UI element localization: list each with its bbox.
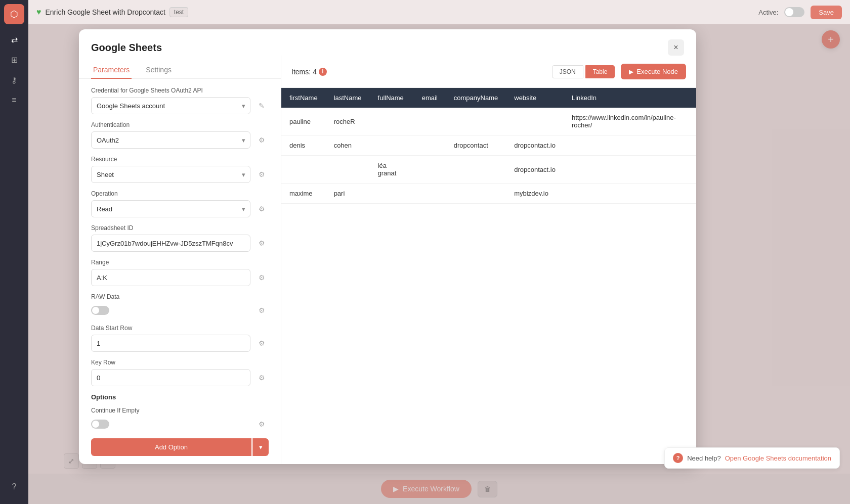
table-cell-firstname: denis [281, 135, 326, 156]
data-start-row-row: ⚙ [91, 335, 269, 352]
range-field-group: Range ⚙ [91, 259, 269, 286]
table-row: maximeparimybizdev.io [281, 184, 696, 204]
right-header: Items: 4 i JSON Table ▶ Execute Node [281, 56, 696, 88]
tab-settings[interactable]: Settings [144, 62, 174, 79]
credential-label: Credential for Google Sheets OAuth2 API [91, 87, 269, 94]
logo-icon: ⬡ [10, 9, 18, 20]
sidebar-logo[interactable]: ⬡ [4, 4, 24, 24]
continue-if-empty-toggle[interactable] [91, 420, 109, 429]
add-option-button[interactable]: Add Option [91, 438, 251, 456]
items-label: Items: [291, 68, 311, 76]
view-toggle: JSON Table [552, 65, 615, 78]
execute-node-label: Execute Node [636, 68, 678, 75]
spreadsheet-id-row: ⚙ [91, 235, 269, 252]
table-row: deniscohendropcontactdropcontact.io [281, 135, 696, 156]
data-table: firstName lastName fullName email compan… [281, 88, 696, 204]
continue-if-empty-gear-button[interactable]: ⚙ [254, 417, 269, 431]
resource-select[interactable]: Sheet [91, 166, 250, 183]
sidebar-item-grid[interactable]: ⊞ [5, 51, 23, 69]
table-cell-website: dropcontact.io [506, 135, 564, 156]
raw-data-gear-button[interactable]: ⚙ [254, 303, 269, 317]
spreadsheet-id-gear-button[interactable]: ⚙ [254, 236, 269, 250]
json-view-button[interactable]: JSON [552, 65, 583, 78]
modal-title: Google Sheets [91, 42, 668, 54]
table-cell-firstname: maxime [281, 184, 326, 204]
items-count: Items: 4 i [291, 68, 327, 76]
credential-select-wrapper: Google Sheets account [91, 97, 250, 114]
col-firstname: firstName [281, 88, 326, 108]
auth-select-wrapper: OAuth2 [91, 131, 250, 149]
range-row: ⚙ [91, 269, 269, 286]
table-cell-email [414, 184, 446, 204]
key-row-input[interactable] [91, 369, 250, 386]
execute-node-button[interactable]: ▶ Execute Node [621, 64, 686, 79]
sidebar-item-list[interactable]: ≡ [5, 91, 23, 109]
resource-gear-button[interactable]: ⚙ [254, 167, 269, 181]
modal-body: Parameters Settings Credential for Googl… [79, 56, 696, 464]
data-start-row-field-group: Data Start Row ⚙ [91, 325, 269, 352]
continue-if-empty-row: ⚙ [91, 417, 269, 431]
table-cell-email [414, 156, 446, 184]
credential-row: Google Sheets account ✎ [91, 97, 269, 114]
right-panel: Items: 4 i JSON Table ▶ Execute Node [281, 56, 696, 464]
resource-row: Sheet ⚙ [91, 166, 269, 183]
tab-parameters[interactable]: Parameters [91, 62, 132, 79]
range-label: Range [91, 259, 269, 266]
col-email: email [414, 88, 446, 108]
operation-select[interactable]: Read [91, 200, 250, 217]
modal-overlay: Google Sheets × Parameters Settings [28, 24, 850, 504]
operation-row: Read ⚙ [91, 200, 269, 217]
spreadsheet-id-input[interactable] [91, 235, 250, 252]
sidebar-item-help[interactable]: ? [5, 478, 23, 496]
auth-row: OAuth2 ⚙ [91, 131, 269, 149]
table-view-button[interactable]: Table [585, 65, 615, 78]
auth-field-group: Authentication OAuth2 ⚙ [91, 121, 269, 149]
topbar-right: Active: Save [758, 6, 842, 19]
add-option-arrow-button[interactable]: ▾ [252, 438, 269, 456]
sidebar-item-workflow[interactable]: ⇄ [5, 30, 23, 49]
active-label: Active: [758, 9, 778, 16]
table-cell-fullname [370, 184, 414, 204]
save-button[interactable]: Save [811, 6, 842, 19]
key-row-field-group: Key Row ⚙ [91, 359, 269, 386]
key-row-gear-button[interactable]: ⚙ [254, 371, 269, 385]
data-start-row-input[interactable] [91, 335, 250, 352]
modal-header: Google Sheets × [79, 29, 696, 56]
spreadsheet-id-field-group: Spreadsheet ID ⚙ [91, 224, 269, 252]
col-website: website [506, 88, 564, 108]
key-row-label: Key Row [91, 359, 269, 366]
resource-field-group: Resource Sheet ⚙ [91, 156, 269, 183]
add-option-row: Add Option ▾ [91, 438, 269, 456]
execute-node-play-icon: ▶ [629, 68, 633, 75]
table-cell-linkedin: https://www.linkedin.com/in/pauline-roch… [564, 108, 696, 135]
col-companyname: companyName [446, 88, 506, 108]
auth-select[interactable]: OAuth2 [91, 131, 250, 149]
range-gear-button[interactable]: ⚙ [254, 270, 269, 285]
table-cell-companyname [446, 156, 506, 184]
col-lastname: lastName [326, 88, 370, 108]
range-input[interactable] [91, 269, 250, 286]
table-cell-fullname [370, 108, 414, 135]
options-section: Options Continue If Empty ⚙ [91, 393, 269, 431]
raw-data-toggle[interactable] [91, 306, 109, 315]
table-cell-firstname: pauline [281, 108, 326, 135]
options-label: Options [91, 393, 269, 401]
auth-gear-button[interactable]: ⚙ [254, 133, 269, 147]
sidebar: ⬡ ⇄ ⊞ ⚷ ≡ ? [0, 0, 28, 504]
items-info-icon: i [319, 68, 327, 76]
credential-edit-button[interactable]: ✎ [254, 99, 269, 113]
items-number: 4 [313, 68, 317, 76]
col-linkedin: LinkedIn [564, 88, 696, 108]
col-fullname: fullName [370, 88, 414, 108]
resource-label: Resource [91, 156, 269, 163]
sidebar-item-key[interactable]: ⚷ [5, 71, 23, 89]
key-row-row: ⚙ [91, 369, 269, 386]
help-link[interactable]: Open Google Sheets documentation [725, 454, 831, 462]
modal-close-button[interactable]: × [668, 39, 684, 56]
data-start-row-gear-button[interactable]: ⚙ [254, 336, 269, 350]
credential-select[interactable]: Google Sheets account [91, 97, 250, 114]
active-toggle[interactable] [784, 7, 804, 17]
help-question-icon: ? [673, 453, 683, 463]
operation-gear-button[interactable]: ⚙ [254, 202, 269, 216]
table-cell-linkedin [564, 184, 696, 204]
